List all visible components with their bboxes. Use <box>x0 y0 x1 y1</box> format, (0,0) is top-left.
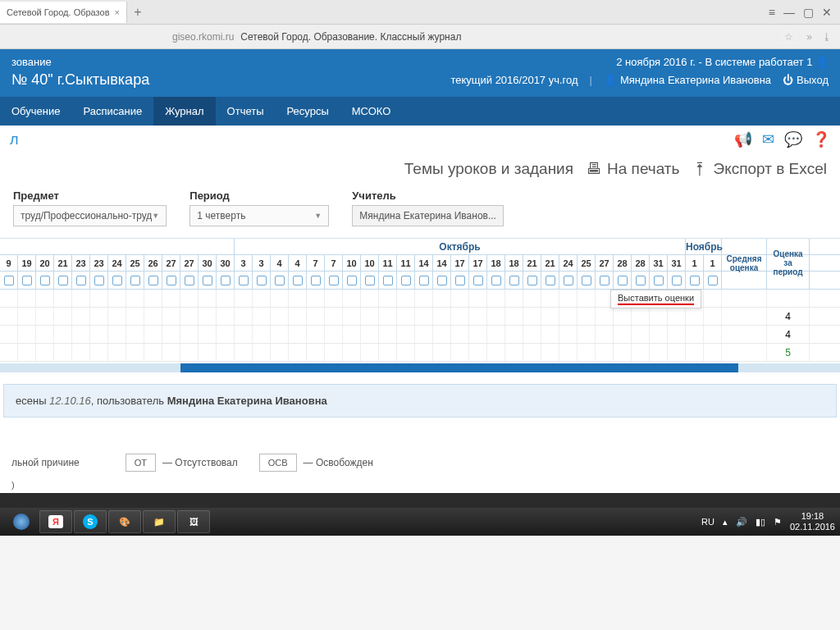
grade-cell[interactable] <box>0 290 18 307</box>
grade-cell[interactable] <box>126 308 144 325</box>
grade-cell[interactable] <box>433 344 451 361</box>
grade-cell[interactable] <box>596 326 614 343</box>
day-check-21[interactable] <box>379 272 397 289</box>
day-check-25[interactable] <box>451 272 469 289</box>
grade-cell[interactable] <box>505 344 523 361</box>
grade-cell[interactable] <box>289 344 307 361</box>
day-check-22[interactable] <box>397 272 415 289</box>
day-head-11[interactable]: 30 <box>199 255 217 271</box>
grade-cell[interactable] <box>523 326 541 343</box>
grade-cell[interactable] <box>469 326 487 343</box>
day-head-17[interactable]: 7 <box>307 255 325 271</box>
grade-cell[interactable] <box>451 344 469 361</box>
grade-cell[interactable] <box>162 326 180 343</box>
grade-cell[interactable] <box>235 290 253 307</box>
grade-cell[interactable] <box>271 344 289 361</box>
day-check-2[interactable] <box>36 272 54 289</box>
day-check-13[interactable] <box>235 272 253 289</box>
taskbar-app-explorer[interactable]: 📁 <box>143 510 176 533</box>
grade-cell[interactable] <box>18 326 36 343</box>
download-icon[interactable]: ⭳ <box>822 31 832 43</box>
day-head-19[interactable]: 10 <box>343 255 361 271</box>
browser-tab[interactable]: Сетевой Город. Образов × <box>0 2 127 23</box>
grade-cell[interactable] <box>361 290 379 307</box>
grade-cell[interactable] <box>54 326 72 343</box>
grade-cell[interactable] <box>379 326 397 343</box>
day-check-32[interactable] <box>578 272 596 289</box>
day-head-12[interactable]: 30 <box>217 255 235 271</box>
grade-cell[interactable] <box>505 326 523 343</box>
menu-icon[interactable]: ≡ <box>769 6 775 19</box>
grade-cell[interactable] <box>397 290 415 307</box>
topics-button[interactable]: Темы уроков и задания <box>404 160 573 178</box>
grade-cell[interactable] <box>253 290 271 307</box>
grade-cell[interactable] <box>253 308 271 325</box>
grade-cell[interactable] <box>541 326 559 343</box>
grade-cell[interactable] <box>379 290 397 307</box>
grade-cell[interactable] <box>18 344 36 361</box>
grade-cell[interactable] <box>144 308 162 325</box>
print-button[interactable]: 🖶На печать <box>587 160 679 178</box>
nav-item-1[interactable]: Расписание <box>71 97 153 126</box>
volume-icon[interactable]: 🔊 <box>736 517 747 527</box>
grade-cell[interactable] <box>487 308 505 325</box>
day-head-14[interactable]: 3 <box>253 255 271 271</box>
day-check-15[interactable] <box>271 272 289 289</box>
grade-cell[interactable] <box>180 326 199 343</box>
grade-cell[interactable] <box>271 290 289 307</box>
grade-cell[interactable] <box>36 290 54 307</box>
day-head-22[interactable]: 11 <box>397 255 415 271</box>
day-head-28[interactable]: 18 <box>505 255 523 271</box>
grade-cell[interactable] <box>686 326 704 343</box>
grade-cell[interactable] <box>704 290 722 307</box>
grade-cell[interactable] <box>433 308 451 325</box>
grade-cell[interactable] <box>217 290 235 307</box>
grade-cell[interactable] <box>199 344 217 361</box>
nav-item-0[interactable]: Обучение <box>0 97 71 126</box>
grade-cell[interactable] <box>0 308 18 325</box>
day-check-35[interactable] <box>632 272 650 289</box>
logout-link[interactable]: ⏻Выход <box>783 74 829 86</box>
grade-cell[interactable] <box>415 308 433 325</box>
grade-cell[interactable] <box>668 326 686 343</box>
grade-cell[interactable] <box>289 326 307 343</box>
minimize-icon[interactable]: — <box>783 6 795 19</box>
grade-cell[interactable] <box>505 308 523 325</box>
day-check-36[interactable] <box>650 272 668 289</box>
day-head-4[interactable]: 23 <box>72 255 90 271</box>
menu-arrow-icon[interactable]: » <box>806 31 812 43</box>
grade-cell[interactable] <box>307 326 325 343</box>
nav-item-4[interactable]: Ресурсы <box>276 97 340 126</box>
day-head-24[interactable]: 14 <box>433 255 451 271</box>
grade-cell[interactable] <box>307 290 325 307</box>
day-check-39[interactable] <box>704 272 722 289</box>
grade-cell[interactable] <box>90 344 108 361</box>
grade-cell[interactable] <box>108 308 126 325</box>
grade-cell[interactable] <box>578 344 596 361</box>
grade-cell[interactable] <box>379 308 397 325</box>
grade-cell[interactable] <box>307 344 325 361</box>
grade-cell[interactable] <box>632 344 650 361</box>
grade-cell[interactable] <box>253 326 271 343</box>
taskbar-app-photos[interactable]: 🖼 <box>177 510 210 533</box>
grade-cell[interactable] <box>325 326 343 343</box>
grade-cell[interactable] <box>217 344 235 361</box>
day-head-6[interactable]: 24 <box>108 255 126 271</box>
grade-cell[interactable] <box>36 308 54 325</box>
grade-cell[interactable] <box>487 290 505 307</box>
chat-icon[interactable]: 💬 <box>784 130 802 148</box>
grade-cell[interactable] <box>415 326 433 343</box>
flag-icon[interactable]: ⚑ <box>774 517 782 527</box>
grade-cell[interactable] <box>469 308 487 325</box>
set-grades-tooltip[interactable]: Выставить оценки <box>610 290 701 308</box>
grade-cell[interactable] <box>632 308 650 325</box>
grade-cell[interactable] <box>90 308 108 325</box>
help-icon[interactable]: ❓ <box>812 130 830 148</box>
grade-cell[interactable] <box>415 344 433 361</box>
grade-cell[interactable] <box>289 290 307 307</box>
day-head-27[interactable]: 18 <box>487 255 505 271</box>
new-tab-button[interactable]: + <box>127 5 148 20</box>
day-head-25[interactable]: 17 <box>451 255 469 271</box>
grade-cell[interactable] <box>650 308 668 325</box>
day-head-21[interactable]: 11 <box>379 255 397 271</box>
